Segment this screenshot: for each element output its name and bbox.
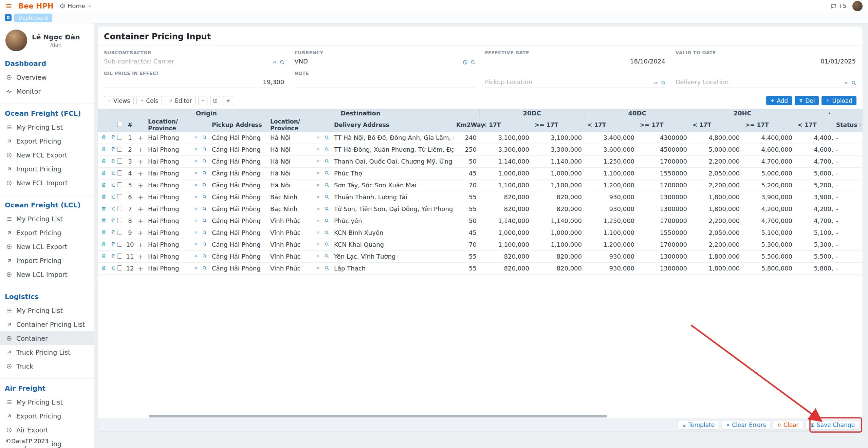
table-row[interactable]: 3 + Hai Phong Cảng Hải Phòng Hà Nội Than… xyxy=(98,155,863,167)
price-cut-lt17-cell[interactable]: 4,700,000 xyxy=(795,158,833,165)
price-40dc-lt17-cell[interactable]: 930,000 xyxy=(585,191,637,203)
link-icon[interactable] xyxy=(193,230,198,235)
search-icon[interactable] xyxy=(202,206,207,211)
price-20hc-lt17-cell[interactable]: 1,800,000 xyxy=(690,262,742,274)
sidebar-item-monitor[interactable]: Monitor xyxy=(0,84,94,98)
price-20dc-lt17-cell[interactable]: 1,140,000 xyxy=(479,155,532,167)
price-20hc-gte17-cell[interactable]: 4,700,000 xyxy=(742,215,795,227)
row-checkbox[interactable] xyxy=(117,218,122,223)
add-button[interactable]: Add xyxy=(766,96,792,105)
expand-row-button[interactable]: + xyxy=(138,205,144,213)
expand-row-button[interactable]: + xyxy=(138,241,144,249)
link-icon[interactable] xyxy=(316,242,320,247)
sidebar-item-export-pricing[interactable]: Export Pricing xyxy=(0,226,94,240)
origin-province-cell[interactable]: Hai Phong xyxy=(145,144,193,155)
link-icon[interactable] xyxy=(316,254,320,259)
expand-row-button[interactable]: + xyxy=(138,217,144,225)
price-20hc-gte17-cell[interactable]: 4,600,000 xyxy=(742,144,795,155)
search-icon[interactable] xyxy=(202,171,207,175)
pickup-address-cell[interactable]: Cảng Hải Phòng xyxy=(209,250,267,262)
price-cut-lt17-cell[interactable]: 5,500,000 xyxy=(795,253,833,260)
price-20dc-lt17-cell[interactable]: 1,100,000 xyxy=(479,239,532,250)
destination-province-cell[interactable]: Hà Nội xyxy=(267,132,315,144)
col-header-dest-province[interactable]: Location/ Province xyxy=(267,118,315,132)
row-checkbox[interactable] xyxy=(117,158,122,164)
row-checkbox[interactable] xyxy=(117,135,122,140)
km2way-cell[interactable]: 55 xyxy=(454,262,479,274)
col-header-cut-lt17[interactable]: < 17T xyxy=(795,118,833,132)
editor-button[interactable]: Editor xyxy=(165,96,196,105)
chat-button[interactable]: +5 xyxy=(831,3,846,9)
copy-row-icon[interactable] xyxy=(111,265,115,270)
destination-province-cell[interactable]: Hà Nội xyxy=(267,144,315,155)
search-icon[interactable] xyxy=(325,242,329,247)
destination-province-cell[interactable]: Vĩnh Phúc xyxy=(267,262,315,274)
origin-province-cell[interactable]: Hai Phong xyxy=(145,167,193,179)
delivery-address-cell[interactable]: Phúc yên xyxy=(331,215,454,227)
price-cut-lt17-cell[interactable]: 4,600,000 xyxy=(795,146,833,153)
col-header-20dc-lt17[interactable]: < 17T xyxy=(479,118,532,132)
expand-row-button[interactable]: + xyxy=(138,169,144,178)
link-icon[interactable] xyxy=(272,60,277,65)
search-icon[interactable] xyxy=(851,80,856,86)
sidebar-item-export-pricing[interactable]: Export Pricing xyxy=(0,134,94,148)
sidebar-item-new-lcl-import[interactable]: New LCL Import xyxy=(0,267,94,281)
link-icon[interactable] xyxy=(316,194,320,199)
copy-row-icon[interactable] xyxy=(111,242,115,247)
table-row[interactable]: 1 + Hai Phong Cảng Hải Phòng Hà Nội TT H… xyxy=(98,132,863,144)
origin-province-cell[interactable]: Hai Phong xyxy=(145,155,193,167)
col-header-origin-province[interactable]: Location/ Province xyxy=(145,118,193,132)
layout-columns-button[interactable] xyxy=(210,96,220,105)
price-40dc-gte17-cell[interactable]: 1300000 xyxy=(637,250,690,262)
oil-price-input[interactable] xyxy=(104,77,285,88)
search-icon[interactable] xyxy=(661,80,666,86)
price-40dc-gte17-cell[interactable]: 1700000 xyxy=(637,155,690,167)
col-header-km2way[interactable]: Km2Way xyxy=(454,118,479,132)
price-20dc-gte17-cell[interactable]: 820,000 xyxy=(532,250,585,262)
price-20hc-lt17-cell[interactable]: 2,200,000 xyxy=(690,179,742,191)
delete-row-icon[interactable] xyxy=(101,265,106,270)
clear-button[interactable]: Clear xyxy=(773,420,803,430)
link-icon[interactable] xyxy=(316,147,320,152)
price-40dc-lt17-cell[interactable]: 1,200,000 xyxy=(585,239,637,250)
copy-row-icon[interactable] xyxy=(111,170,115,175)
sidebar-item-container-pricing-list[interactable]: Container Pricing List xyxy=(0,317,94,331)
price-20hc-lt17-cell[interactable]: 1,800,000 xyxy=(690,203,742,215)
col-header-20hc-lt17[interactable]: < 17T xyxy=(690,118,742,132)
price-cut-lt17-cell[interactable]: 5,000,000 xyxy=(795,170,833,177)
col-header-40dc-gte17[interactable]: >= 17T xyxy=(637,118,690,132)
pickup-address-cell[interactable]: Cảng Hải Phòng xyxy=(209,203,267,215)
price-20dc-lt17-cell[interactable]: 1,100,000 xyxy=(479,179,532,191)
price-40dc-gte17-cell[interactable]: 1550000 xyxy=(637,167,690,179)
link-icon[interactable] xyxy=(653,80,658,86)
copy-row-icon[interactable] xyxy=(111,135,115,140)
destination-province-cell[interactable]: Vĩnh Phúc xyxy=(267,227,315,239)
link-icon[interactable] xyxy=(193,254,198,259)
delete-row-icon[interactable] xyxy=(101,135,106,140)
search-icon[interactable] xyxy=(202,218,207,223)
views-button[interactable]: Views xyxy=(104,96,134,105)
price-20hc-lt17-cell[interactable]: 2,050,000 xyxy=(690,167,742,179)
effective-date-input[interactable] xyxy=(485,57,666,67)
copy-row-icon[interactable] xyxy=(111,158,115,164)
delivery-address-cell[interactable]: KCN Khai Quang xyxy=(331,239,454,250)
price-cut-lt17-cell[interactable]: 4,700,000 xyxy=(795,217,833,224)
table-row[interactable]: 4 + Hai Phong Cảng Hải Phòng Hà Nội Phúc… xyxy=(98,167,863,179)
link-icon[interactable] xyxy=(193,171,198,175)
expand-row-button[interactable]: + xyxy=(138,253,144,261)
price-40dc-lt17-cell[interactable]: 1,200,000 xyxy=(585,179,637,191)
col-header-20dc-gte17[interactable]: >= 17T xyxy=(532,118,585,132)
price-40dc-lt17-cell[interactable]: 930,000 xyxy=(585,250,637,262)
scrollbar-thumb[interactable] xyxy=(149,415,607,417)
price-20hc-gte17-cell[interactable]: 5,800,000 xyxy=(742,262,795,274)
price-20hc-gte17-cell[interactable]: 5,500,000 xyxy=(742,250,795,262)
copy-row-icon[interactable] xyxy=(111,182,115,187)
copy-row-icon[interactable] xyxy=(111,230,115,235)
search-icon[interactable] xyxy=(325,183,329,187)
price-40dc-lt17-cell[interactable]: 1,250,000 xyxy=(585,155,637,167)
link-icon[interactable] xyxy=(316,230,320,235)
link-icon[interactable] xyxy=(316,218,320,223)
delete-row-icon[interactable] xyxy=(101,254,106,259)
origin-province-cell[interactable]: Hai Phong xyxy=(145,227,193,239)
link-icon[interactable] xyxy=(316,206,320,211)
